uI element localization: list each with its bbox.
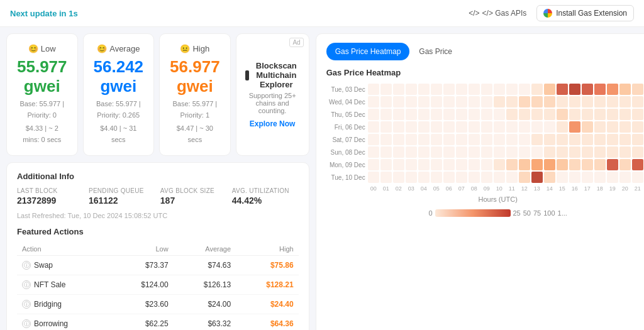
heatmap-cell bbox=[481, 121, 492, 133]
heatmap-row-label: Thu, 05 Dec bbox=[326, 111, 365, 118]
table-header-high: High bbox=[236, 243, 299, 256]
ad-badge: Ad bbox=[289, 38, 303, 47]
avg-cost: $4.40 | ~ 31 secs bbox=[94, 123, 144, 145]
heatmap-cell bbox=[443, 109, 455, 120]
heatmap-cell bbox=[418, 96, 430, 107]
top-bar-actions: </> </> Gas APIs Install Gas Extension bbox=[469, 5, 634, 21]
heatmap-cell bbox=[531, 109, 543, 120]
heatmap-row-label: Fri, 06 Dec bbox=[326, 124, 365, 131]
table-header-action: Action bbox=[17, 243, 111, 256]
avg-label: 😊 Average bbox=[94, 44, 144, 53]
heatmap-cell bbox=[443, 159, 455, 170]
heatmap-cell bbox=[418, 159, 430, 170]
action-name-cell: ⓘ Swap bbox=[17, 256, 111, 275]
table-row: ⓘ Borrowing $62.25 $63.32 $64.36 bbox=[17, 314, 299, 330]
heatmap-cell bbox=[406, 146, 417, 158]
heatmap-cell bbox=[619, 172, 631, 183]
heatmap-cell bbox=[393, 146, 404, 158]
heatmap-cell bbox=[619, 134, 631, 145]
low-base: Base: 55.977 | Priority: 0 bbox=[17, 99, 67, 121]
tab-bar: Gas Price Heatmap Gas Price bbox=[326, 43, 644, 60]
heatmap-cell bbox=[380, 134, 392, 145]
heatmap-cell bbox=[456, 121, 467, 133]
action-high-price: $64.36 bbox=[236, 314, 299, 330]
install-extension-button[interactable]: Install Gas Extension bbox=[536, 5, 634, 21]
heatmap-cell bbox=[519, 159, 530, 170]
hour-label: 13 bbox=[531, 185, 543, 192]
stats-row: LAST BLOCK21372899PENDING QUEUE161122AVG… bbox=[17, 187, 299, 206]
heatmap-cell bbox=[519, 84, 530, 95]
heatmap-row: Wed, 04 Dec bbox=[326, 96, 644, 107]
heatmap-cell bbox=[481, 134, 492, 145]
heatmap-cell bbox=[594, 96, 606, 107]
high-base: Base: 55.977 | Priority: 1 bbox=[170, 99, 220, 121]
heatmap-cell bbox=[544, 172, 555, 183]
heatmap-cell bbox=[418, 134, 430, 145]
avg-gas-card: 😊 Average 56.242 gwei Base: 55.977 | Pri… bbox=[83, 33, 155, 156]
heatmap-cell bbox=[531, 159, 543, 170]
heatmap-cell bbox=[406, 109, 417, 120]
high-label: 😐 High bbox=[170, 44, 220, 53]
heatmap-grid: Tue, 03 DecWed, 04 DecThu, 05 DecFri, 06… bbox=[326, 84, 644, 183]
heatmap-cell bbox=[557, 121, 568, 133]
hour-label: 11 bbox=[506, 185, 518, 192]
heatmap-row-label: Tue, 03 Dec bbox=[326, 86, 365, 93]
hours-labels: 0001020304050607080910111213141516171819… bbox=[368, 185, 644, 192]
heatmap-cell bbox=[632, 172, 643, 183]
stat-label: AVG BLOCK SIZE bbox=[160, 187, 227, 194]
heatmap-cell bbox=[456, 159, 467, 170]
heatmap-cell bbox=[607, 146, 618, 158]
heatmap-cell bbox=[632, 109, 643, 120]
hour-label: 19 bbox=[607, 185, 618, 192]
heatmap-cell bbox=[569, 84, 580, 95]
heatmap-cell bbox=[519, 109, 530, 120]
code-icon: </> bbox=[469, 9, 479, 18]
heatmap-cell bbox=[456, 109, 467, 120]
hour-label: 09 bbox=[481, 185, 492, 192]
heatmap-cells bbox=[368, 146, 644, 158]
heatmap-cell bbox=[557, 146, 568, 158]
heatmap-cell bbox=[594, 134, 606, 145]
action-low-price: $62.25 bbox=[111, 314, 173, 330]
action-name-cell: ⓘ Bridging bbox=[17, 295, 111, 314]
heatmap-cell bbox=[607, 121, 618, 133]
heatmap-cell bbox=[431, 134, 442, 145]
heatmap-cell bbox=[494, 146, 505, 158]
heatmap-cell bbox=[544, 121, 555, 133]
heatmap-cell bbox=[443, 134, 455, 145]
heatmap-cell bbox=[431, 84, 442, 95]
heatmap-cell bbox=[544, 146, 555, 158]
heatmap-cell bbox=[531, 172, 543, 183]
heatmap-cell bbox=[469, 172, 480, 183]
action-name-cell: ⓘ Borrowing bbox=[17, 314, 111, 330]
gas-api-link[interactable]: </> </> Gas APIs bbox=[469, 9, 526, 18]
heatmap-cell bbox=[607, 172, 618, 183]
hour-label: 14 bbox=[544, 185, 555, 192]
heatmap-cell bbox=[531, 146, 543, 158]
high-gas-card: 😐 High 56.977 gwei Base: 55.977 | Priori… bbox=[159, 33, 231, 156]
tab-gas-price-heatmap[interactable]: Gas Price Heatmap bbox=[326, 43, 410, 60]
hour-label: 16 bbox=[569, 185, 580, 192]
heatmap-cell bbox=[380, 96, 392, 107]
stat-item: AVG. UTILIZATION44.42% bbox=[232, 187, 299, 206]
tab-gas-price[interactable]: Gas Price bbox=[409, 43, 462, 60]
heatmap-cell bbox=[443, 172, 455, 183]
stat-label: PENDING QUEUE bbox=[89, 187, 155, 194]
x-axis-title: Hours (UTC) bbox=[326, 195, 644, 203]
heatmap-cell bbox=[607, 96, 618, 107]
heatmap-cells bbox=[368, 172, 644, 183]
legend-min: 0 bbox=[428, 209, 432, 217]
heatmap-cell bbox=[506, 109, 518, 120]
heatmap-cell bbox=[418, 146, 430, 158]
heatmap-cell bbox=[380, 121, 392, 133]
heatmap-cell bbox=[431, 109, 442, 120]
ad-explore-link[interactable]: Explore Now bbox=[250, 119, 296, 128]
heatmap-cell bbox=[594, 109, 606, 120]
heatmap-cell bbox=[569, 96, 580, 107]
heatmap-cell bbox=[406, 96, 417, 107]
action-low-price: $23.60 bbox=[111, 295, 173, 314]
avg-emoji: 😊 bbox=[97, 44, 107, 53]
heatmap-title: Gas Price Heatmap bbox=[326, 68, 644, 77]
heatmap-cell bbox=[607, 84, 618, 95]
table-row: ⓘ Swap $73.37 $74.63 $75.86 bbox=[17, 256, 299, 275]
